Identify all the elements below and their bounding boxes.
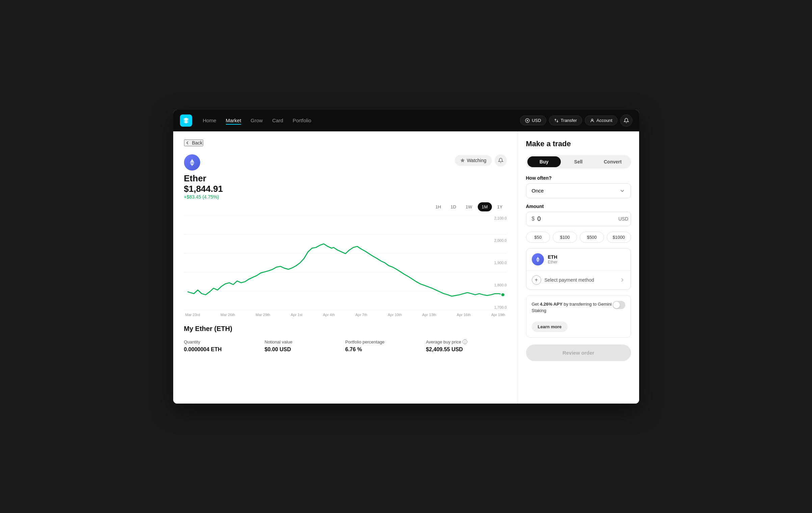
asset-icon-row xyxy=(184,154,223,171)
convert-tab[interactable]: Convert xyxy=(596,156,630,167)
stat-notional-label: Notional value xyxy=(265,339,345,344)
asset-info: Ether $1,844.91 +$83.45 (4.75%) xyxy=(184,154,223,200)
x-label-8: Apr 16th xyxy=(457,313,471,317)
x-label-3: Apr 1st xyxy=(291,313,303,317)
amount-input[interactable] xyxy=(537,215,615,223)
x-label-0: Mar 23rd xyxy=(185,313,200,317)
asset-name: Ether xyxy=(184,173,223,184)
navbar: Home Market Grow Card Portfolio USD Tran… xyxy=(173,110,639,131)
staking-toggle[interactable] xyxy=(612,301,625,309)
stat-portfolio: Portfolio percentage 6.76 % xyxy=(345,339,426,353)
tf-1w[interactable]: 1W xyxy=(462,202,476,211)
toggle-knob xyxy=(613,302,620,308)
stat-avg-buy: Average buy price i $2,409.55 USD xyxy=(426,339,507,353)
quick-amounts: $50 $100 $500 $1000 xyxy=(526,232,631,243)
eth-payment-info: ETH Ether xyxy=(548,254,558,264)
nav-portfolio[interactable]: Portfolio xyxy=(293,116,311,125)
sell-tab[interactable]: Sell xyxy=(561,156,595,167)
staking-section: Get 4.26% APY by transferring to Gemini … xyxy=(526,295,631,338)
staking-top-row: Get 4.26% APY by transferring to Gemini … xyxy=(532,301,625,318)
x-axis-labels: Mar 23rd Mar 26th Mar 29th Apr 1st Apr 4… xyxy=(184,313,507,317)
y-label-1700: 1,700.0 xyxy=(494,305,507,309)
chart-container: 2,100.0 2,000.0 1,900.0 1,800.0 1,700.0 xyxy=(184,215,507,310)
tf-1y[interactable]: 1Y xyxy=(493,202,507,211)
eth-payment-icon xyxy=(532,253,544,265)
quick-100[interactable]: $100 xyxy=(553,232,577,243)
content: Back Ether $1,844.91 +$83.45 (4.75%) xyxy=(173,131,639,404)
amount-section: Amount $ USD xyxy=(526,204,631,226)
y-label-1800: 1,800.0 xyxy=(494,283,507,287)
asset-header: Ether $1,844.91 +$83.45 (4.75%) Watching xyxy=(184,154,507,200)
x-label-2: Mar 29th xyxy=(256,313,270,317)
trade-tabs: Buy Sell Convert xyxy=(526,155,631,169)
review-order-button[interactable]: Review order xyxy=(526,344,631,361)
buy-tab[interactable]: Buy xyxy=(527,156,561,167)
notification-button[interactable] xyxy=(620,114,632,127)
stats-row: Quantity 0.0000004 ETH Notional value $0… xyxy=(184,339,507,353)
trade-sidebar: Make a trade Buy Sell Convert How often?… xyxy=(518,131,639,404)
x-label-9: Apr 19th xyxy=(491,313,505,317)
frequency-dropdown[interactable]: Once xyxy=(526,183,631,198)
y-label-2000: 2,000.0 xyxy=(494,238,507,242)
how-often-label: How often? xyxy=(526,175,631,181)
x-label-5: Apr 7th xyxy=(355,313,367,317)
plus-icon: + xyxy=(532,275,541,285)
eth-icon xyxy=(184,154,200,171)
main-content: Back Ether $1,844.91 +$83.45 (4.75%) xyxy=(173,131,518,404)
nav-grow[interactable]: Grow xyxy=(251,116,263,125)
nav-card[interactable]: Card xyxy=(272,116,283,125)
eth-payment-row: ETH Ether xyxy=(526,249,631,271)
asset-price: $1,844.91 xyxy=(184,184,223,194)
y-label-1900: 1,900.0 xyxy=(494,261,507,265)
amount-label: Amount xyxy=(526,204,631,209)
x-label-1: Mar 26th xyxy=(220,313,235,317)
amount-input-wrapper[interactable]: $ USD xyxy=(526,212,631,226)
stat-quantity-value: 0.0000004 ETH xyxy=(184,347,265,353)
account-button[interactable]: Account xyxy=(585,116,618,125)
header-actions: Watching xyxy=(455,154,507,166)
x-label-7: Apr 13th xyxy=(422,313,437,317)
tf-1h[interactable]: 1H xyxy=(431,202,445,211)
watching-button[interactable]: Watching xyxy=(455,155,492,166)
staking-text: Get 4.26% APY by transferring to Gemini … xyxy=(532,301,613,314)
dollar-sign: $ xyxy=(532,216,535,222)
stat-avg-buy-value: $2,409.55 USD xyxy=(426,347,507,353)
chart-timeframes: 1H 1D 1W 1M 1Y xyxy=(184,202,507,211)
my-ether-section: My Ether (ETH) Quantity 0.0000004 ETH No… xyxy=(184,325,507,353)
x-label-6: Apr 10th xyxy=(388,313,402,317)
info-icon: i xyxy=(463,339,467,344)
nav-home[interactable]: Home xyxy=(203,116,216,125)
stat-avg-buy-label: Average buy price i xyxy=(426,339,507,344)
y-label-2100: 2,100.0 xyxy=(494,216,507,220)
stat-quantity-label: Quantity xyxy=(184,339,265,344)
my-ether-title: My Ether (ETH) xyxy=(184,325,507,333)
stat-notional: Notional value $0.00 USD xyxy=(265,339,345,353)
x-label-4: Apr 4th xyxy=(323,313,335,317)
back-button[interactable]: Back xyxy=(184,139,203,146)
logo[interactable] xyxy=(180,114,192,127)
payment-card: ETH Ether + Select payment method xyxy=(526,248,631,290)
stat-portfolio-value: 6.76 % xyxy=(345,347,426,353)
select-payment-row[interactable]: + Select payment method xyxy=(526,271,631,289)
asset-change: +$83.45 (4.75%) xyxy=(184,194,223,200)
quick-1000[interactable]: $1000 xyxy=(607,232,631,243)
stat-quantity: Quantity 0.0000004 ETH xyxy=(184,339,265,353)
nav-actions: USD Transfer Account xyxy=(520,114,632,127)
quick-500[interactable]: $500 xyxy=(580,232,604,243)
tf-1d[interactable]: 1D xyxy=(446,202,460,211)
quick-50[interactable]: $50 xyxy=(526,232,550,243)
amount-currency: USD xyxy=(618,216,628,222)
transfer-button[interactable]: Transfer xyxy=(549,116,582,125)
alert-button[interactable] xyxy=(495,154,507,166)
nav-links: Home Market Grow Card Portfolio xyxy=(203,116,509,125)
trade-panel-title: Make a trade xyxy=(526,139,631,148)
svg-point-1 xyxy=(591,119,593,121)
nav-market[interactable]: Market xyxy=(226,116,241,125)
stat-notional-value: $0.00 USD xyxy=(265,347,345,353)
stat-portfolio-label: Portfolio percentage xyxy=(345,339,426,344)
price-chart xyxy=(184,215,507,310)
usd-button[interactable]: USD xyxy=(520,116,546,125)
learn-more-button[interactable]: Learn more xyxy=(532,322,568,332)
tf-1m[interactable]: 1M xyxy=(478,202,492,211)
select-payment-text: Select payment method xyxy=(545,277,616,283)
